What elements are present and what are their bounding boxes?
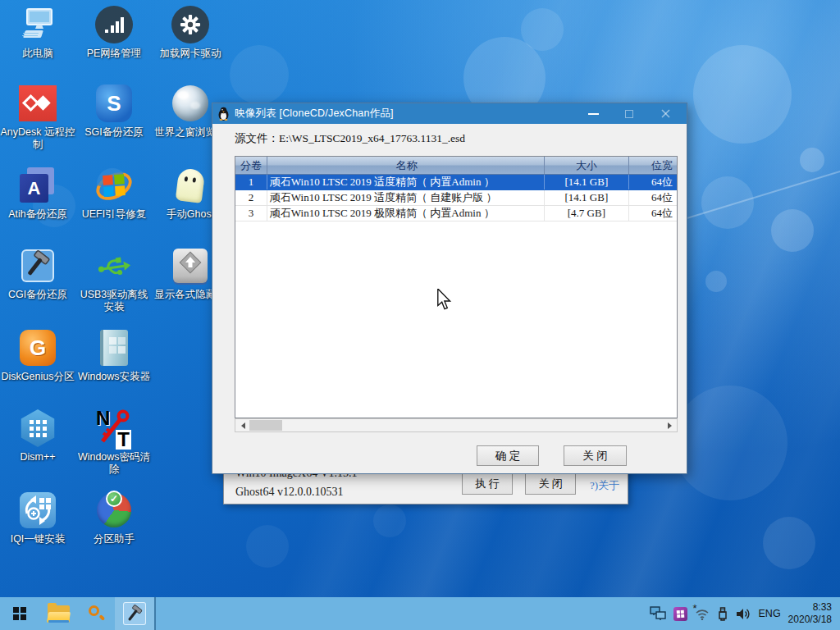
table-row[interactable]: 3 顽石Win10 LTSC 2019 极限精简（ 内置Admin ） [4.7…	[235, 206, 677, 221]
dialog-titlebar[interactable]: 映像列表 [CloneCD/JexChan作品]	[212, 103, 687, 124]
bokeh	[521, 8, 564, 51]
atih-icon: A	[18, 166, 57, 205]
desktop-icon-this-pc[interactable]: 此电脑	[0, 5, 76, 60]
icon-label: SGI备份还原	[84, 126, 144, 139]
network-computers-icon[interactable]	[650, 606, 666, 621]
col-header-size[interactable]: 大小	[545, 157, 630, 174]
penguin-icon	[217, 107, 230, 121]
table-header: 分卷 名称 大小 位宽	[235, 157, 677, 175]
desktop-icon-cgi-backup[interactable]: CGI备份还原	[0, 246, 76, 301]
bokeh	[771, 209, 814, 252]
col-header-bits[interactable]: 位宽	[629, 157, 677, 174]
scroll-left-arrow[interactable]	[235, 419, 249, 431]
hammer-icon	[18, 246, 57, 285]
image-table[interactable]: 分卷 名称 大小 位宽 1 顽石Win10 LTSC 2019 适度精简（ 内置…	[235, 156, 678, 418]
desktop-icon-win-password[interactable]: N T Windows密码清除	[75, 409, 153, 476]
icon-label: UEFI引导修复	[82, 208, 146, 221]
desktop-icon-pe-network[interactable]: PE网络管理	[75, 5, 153, 60]
cell-size: [14.1 GB]	[545, 190, 630, 205]
dism-hexagon-icon	[18, 409, 57, 448]
execute-button[interactable]: 执 行	[462, 473, 513, 495]
cell-name: 顽石Win10 LTSC 2019 极限精简（ 内置Admin ）	[267, 206, 545, 221]
desktop-icon-win-installer[interactable]: Windows安装器	[75, 328, 153, 383]
nt-key-icon: N T	[94, 409, 134, 448]
close-button-dialog[interactable]: 关 闭	[564, 445, 627, 466]
cell-volume: 3	[235, 206, 267, 221]
cell-name: 顽石Win10 LTSC 2019 适度精简（ 自建账户版 ）	[267, 190, 545, 205]
source-file-value: E:\WS_LTSC2019_x64_17763.1131_.esd	[279, 132, 465, 144]
taskbar-app-ghost-tool[interactable]	[115, 597, 156, 630]
bokeh	[373, 504, 406, 537]
search-button[interactable]	[77, 597, 115, 630]
bokeh	[246, 525, 289, 568]
close-button-back[interactable]: 关 闭	[525, 473, 576, 495]
usb-tray-icon[interactable]	[717, 606, 728, 621]
language-indicator[interactable]: ENG	[759, 608, 781, 619]
software-box-icon	[94, 328, 134, 368]
desktop-icon-atih-backup[interactable]: A Atih备份还原	[0, 166, 76, 221]
cell-volume: 2	[235, 190, 267, 205]
icon-label: 手动Ghost	[167, 208, 214, 221]
cell-bits: 64位	[629, 190, 677, 205]
icon-label: PE网络管理	[87, 48, 142, 60]
icon-label: 分区助手	[94, 533, 135, 546]
desktop-icon-usb3-driver[interactable]: USB3驱动离线安装	[75, 246, 153, 313]
table-row[interactable]: 2 顽石Win10 LTSC 2019 适度精简（ 自建账户版 ） [14.1 …	[235, 190, 677, 206]
source-file-line: 源文件：E:\WS_LTSC2019_x64_17763.1131_.esd	[235, 131, 465, 146]
drive-arrow-icon	[171, 246, 210, 285]
file-explorer-button[interactable]	[39, 597, 77, 630]
scroll-right-arrow[interactable]	[664, 419, 677, 431]
desktop-icon-load-nic-driver[interactable]: 加载网卡驱动	[152, 5, 229, 60]
col-header-name[interactable]: 名称	[267, 157, 545, 174]
bokeh	[800, 148, 824, 172]
horizontal-scrollbar[interactable]	[235, 418, 678, 432]
ok-button[interactable]: 确 定	[477, 445, 539, 466]
minimize-button[interactable]	[575, 103, 611, 124]
cell-size: [4.7 GB]	[545, 206, 630, 221]
icon-label: Atih备份还原	[8, 208, 67, 221]
sgi-shield-icon: S	[94, 84, 134, 123]
volume-icon[interactable]	[736, 607, 751, 621]
desktop-icon-diskgenius[interactable]: G DiskGenius分区	[0, 328, 76, 383]
hammer-app-icon	[123, 602, 146, 625]
diskgenius-icon: G	[18, 328, 57, 368]
icon-label: AnyDesk 远程控制	[0, 126, 76, 151]
cell-bits: 64位	[629, 206, 677, 221]
windows-logo-icon	[13, 607, 26, 620]
taskbar[interactable]: * ENG 8:33 2020/3/18	[0, 597, 840, 630]
desktop-icon-iqi-install[interactable]: IQI一键安装	[0, 491, 76, 546]
scrollbar-thumb[interactable]	[249, 420, 282, 431]
dialog-title: 映像列表 [CloneCD/JexChan作品]	[235, 107, 394, 121]
icon-label: 加载网卡驱动	[160, 48, 221, 60]
system-tray[interactable]: * ENG 8:33 2020/3/18	[650, 597, 840, 630]
close-button[interactable]	[647, 103, 683, 124]
search-icon	[87, 605, 105, 623]
desktop-icon-dism[interactable]: Dism++	[0, 409, 76, 463]
ghost-icon	[171, 166, 210, 205]
wifi-disconnected-icon[interactable]: *	[695, 607, 710, 620]
uefi-windows-icon	[94, 166, 134, 205]
bokeh	[693, 45, 792, 144]
cell-volume: 1	[235, 175, 267, 189]
usb-icon	[94, 246, 134, 285]
cell-size: [14.1 GB]	[545, 175, 630, 189]
desktop-icon-partition-assistant[interactable]: ✓ 分区助手	[75, 491, 153, 546]
icon-label: IQI一键安装	[11, 533, 66, 546]
table-row[interactable]: 1 顽石Win10 LTSC 2019 适度精简（ 内置Admin ） [14.…	[235, 175, 677, 190]
icon-label: USB3驱动离线安装	[75, 289, 153, 313]
cell-bits: 64位	[629, 175, 677, 189]
col-header-volume[interactable]: 分卷	[235, 157, 267, 174]
windows-tool-tray-icon[interactable]	[673, 607, 687, 621]
taskbar-clock[interactable]: 8:33 2020/3/18	[788, 601, 832, 626]
icon-label: DiskGenius分区	[2, 371, 75, 383]
about-link[interactable]: ?)关于	[590, 478, 619, 493]
maximize-button[interactable]	[611, 103, 647, 124]
desktop-icon-uefi-fix[interactable]: UEFI引导修复	[75, 166, 153, 221]
mouse-cursor	[436, 289, 454, 313]
globe-icon	[171, 84, 210, 123]
this-pc-icon	[18, 5, 57, 44]
desktop-icon-sgi-backup[interactable]: S SGI备份还原	[75, 84, 153, 139]
desktop-icon-anydesk[interactable]: AnyDesk 远程控制	[0, 84, 76, 151]
start-button[interactable]	[0, 597, 39, 630]
clock-date: 2020/3/18	[788, 614, 832, 626]
